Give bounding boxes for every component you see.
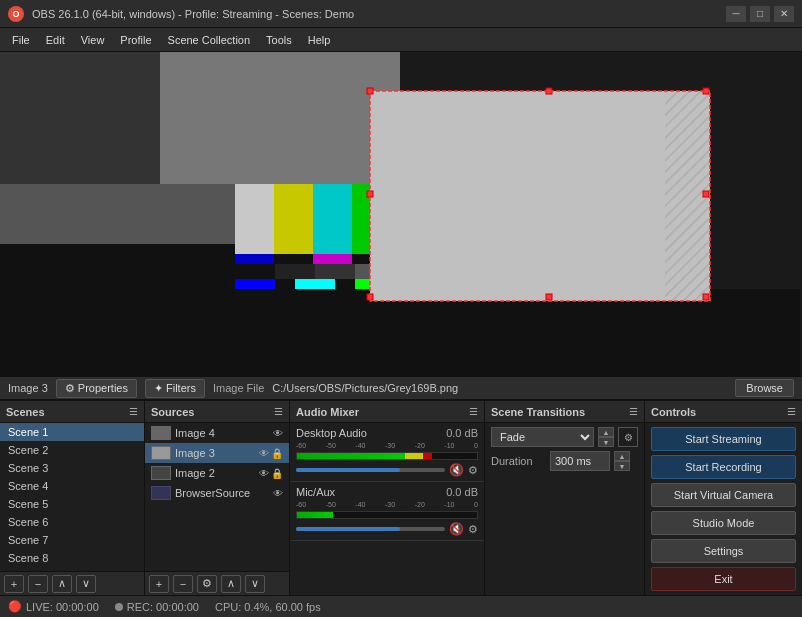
source-item-image2[interactable]: Image 2 👁 🔒 bbox=[145, 463, 289, 483]
source-item-browser[interactable]: BrowserSource 👁 bbox=[145, 483, 289, 503]
scene-item-2[interactable]: Scene 2 bbox=[0, 441, 144, 459]
transitions-panel-menu[interactable]: ☰ bbox=[629, 406, 638, 417]
duration-up[interactable]: ▲ bbox=[614, 451, 630, 461]
duration-input[interactable] bbox=[550, 451, 610, 471]
desktop-audio-settings[interactable]: ⚙ bbox=[468, 464, 478, 477]
scene-item-7[interactable]: Scene 7 bbox=[0, 531, 144, 549]
desktop-audio-meter bbox=[296, 452, 478, 460]
transition-up[interactable]: ▲ bbox=[598, 427, 614, 437]
sources-panel-footer: + − ⚙ ∧ ∨ bbox=[145, 571, 289, 595]
app-icon: O bbox=[8, 6, 24, 22]
menu-file[interactable]: File bbox=[4, 32, 38, 48]
controls-panel-header: Controls ☰ bbox=[645, 401, 802, 423]
desktop-audio-mute[interactable]: 🔇 bbox=[449, 463, 464, 477]
transitions-content: Fade Cut Swipe Slide Stinger Luma Wipe ▲… bbox=[485, 423, 644, 479]
scene-item-4[interactable]: Scene 4 bbox=[0, 477, 144, 495]
preview-canvas bbox=[0, 52, 802, 376]
window-controls: ─ □ ✕ bbox=[726, 6, 794, 22]
duration-spin: ▲ ▼ bbox=[614, 451, 630, 471]
close-button[interactable]: ✕ bbox=[774, 6, 794, 22]
desktop-audio-meter-labels: -60-50-40-30-20-100 bbox=[296, 442, 478, 449]
mic-aux-mute[interactable]: 🔇 bbox=[449, 522, 464, 536]
move-source-down-button[interactable]: ∨ bbox=[245, 575, 265, 593]
add-scene-button[interactable]: + bbox=[4, 575, 24, 593]
image-file-label: Image File bbox=[213, 382, 264, 394]
audio-mixer-menu[interactable]: ☰ bbox=[469, 406, 478, 417]
title-bar: O OBS 26.1.0 (64-bit, windows) - Profile… bbox=[0, 0, 802, 28]
menu-scene-collection[interactable]: Scene Collection bbox=[160, 32, 259, 48]
menu-profile[interactable]: Profile bbox=[112, 32, 159, 48]
source-visibility-image3[interactable]: 👁 bbox=[259, 448, 269, 459]
remove-source-button[interactable]: − bbox=[173, 575, 193, 593]
mic-aux-fill bbox=[296, 527, 400, 531]
move-source-up-button[interactable]: ∧ bbox=[221, 575, 241, 593]
svg-rect-7 bbox=[274, 184, 313, 254]
svg-rect-32 bbox=[335, 279, 355, 289]
source-item-image3[interactable]: Image 3 👁 🔒 bbox=[145, 443, 289, 463]
browse-button[interactable]: Browse bbox=[735, 379, 794, 397]
source-lock-image2[interactable]: 🔒 bbox=[271, 468, 283, 479]
desktop-audio-controls: 🔇 ⚙ bbox=[296, 463, 478, 477]
maximize-button[interactable]: □ bbox=[750, 6, 770, 22]
controls-panel-menu[interactable]: ☰ bbox=[787, 406, 796, 417]
scene-item-1[interactable]: Scene 1 bbox=[0, 423, 144, 441]
svg-rect-28 bbox=[0, 289, 800, 376]
source-visibility-browser[interactable]: 👁 bbox=[273, 488, 283, 499]
scenes-panel-menu[interactable]: ☰ bbox=[129, 406, 138, 417]
live-status: 🔴 LIVE: 00:00:00 bbox=[8, 600, 99, 613]
start-recording-button[interactable]: Start Recording bbox=[651, 455, 796, 479]
mic-aux-green bbox=[297, 512, 333, 518]
start-virtual-camera-button[interactable]: Start Virtual Camera bbox=[651, 483, 796, 507]
scene-item-5[interactable]: Scene 5 bbox=[0, 495, 144, 513]
scene-item-6[interactable]: Scene 6 bbox=[0, 513, 144, 531]
mic-aux-slider[interactable] bbox=[296, 527, 445, 531]
source-visibility-image2[interactable]: 👁 bbox=[259, 468, 269, 479]
add-source-button[interactable]: + bbox=[149, 575, 169, 593]
minimize-button[interactable]: ─ bbox=[726, 6, 746, 22]
mic-aux-settings[interactable]: ⚙ bbox=[468, 523, 478, 536]
menu-help[interactable]: Help bbox=[300, 32, 339, 48]
source-lock-image3[interactable]: 🔒 bbox=[271, 448, 283, 459]
source-settings-button[interactable]: ⚙ bbox=[197, 575, 217, 593]
source-visibility-image4[interactable]: 👁 bbox=[273, 428, 283, 439]
filters-button[interactable]: ✦ Filters bbox=[145, 379, 205, 398]
svg-rect-31 bbox=[295, 279, 335, 289]
preview-area bbox=[0, 52, 802, 376]
start-streaming-button[interactable]: Start Streaming bbox=[651, 427, 796, 451]
transition-type-select[interactable]: Fade Cut Swipe Slide Stinger Luma Wipe bbox=[491, 427, 594, 447]
mic-aux-db: 0.0 dB bbox=[446, 486, 478, 498]
exit-button[interactable]: Exit bbox=[651, 567, 796, 591]
source-name-image3: Image 3 bbox=[175, 447, 255, 459]
transition-down[interactable]: ▼ bbox=[598, 437, 614, 447]
studio-mode-button[interactable]: Studio Mode bbox=[651, 511, 796, 535]
transition-select-row: Fade Cut Swipe Slide Stinger Luma Wipe ▲… bbox=[491, 427, 638, 447]
svg-rect-14 bbox=[274, 254, 313, 264]
source-item-image4[interactable]: Image 4 👁 bbox=[145, 423, 289, 443]
scene-item-8[interactable]: Scene 8 bbox=[0, 549, 144, 567]
move-scene-down-button[interactable]: ∨ bbox=[76, 575, 96, 593]
move-scene-up-button[interactable]: ∧ bbox=[52, 575, 72, 593]
desktop-audio-yellow bbox=[405, 453, 423, 459]
remove-scene-button[interactable]: − bbox=[28, 575, 48, 593]
properties-button[interactable]: ⚙ Properties bbox=[56, 379, 137, 398]
svg-rect-4 bbox=[160, 52, 400, 184]
transition-gear-button[interactable]: ⚙ bbox=[618, 427, 638, 447]
sources-panel: Sources ☰ Image 4 👁 Image 3 👁 🔒 bbox=[145, 401, 290, 595]
mic-aux-meter-labels: -60-50-40-30-20-100 bbox=[296, 501, 478, 508]
svg-rect-15 bbox=[313, 254, 352, 264]
duration-down[interactable]: ▼ bbox=[614, 461, 630, 471]
svg-rect-13 bbox=[235, 254, 274, 264]
sources-panel-title: Sources bbox=[151, 406, 194, 418]
menu-edit[interactable]: Edit bbox=[38, 32, 73, 48]
svg-rect-47 bbox=[703, 294, 709, 300]
source-icons-image4: 👁 bbox=[273, 428, 283, 439]
scene-transitions-title: Scene Transitions bbox=[491, 406, 585, 418]
settings-button[interactable]: Settings bbox=[651, 539, 796, 563]
menu-view[interactable]: View bbox=[73, 32, 113, 48]
menu-tools[interactable]: Tools bbox=[258, 32, 300, 48]
svg-rect-29 bbox=[235, 279, 275, 289]
desktop-audio-slider[interactable] bbox=[296, 468, 445, 472]
sources-panel-menu[interactable]: ☰ bbox=[274, 406, 283, 417]
scene-item-3[interactable]: Scene 3 bbox=[0, 459, 144, 477]
transition-spin: ▲ ▼ bbox=[598, 427, 614, 447]
